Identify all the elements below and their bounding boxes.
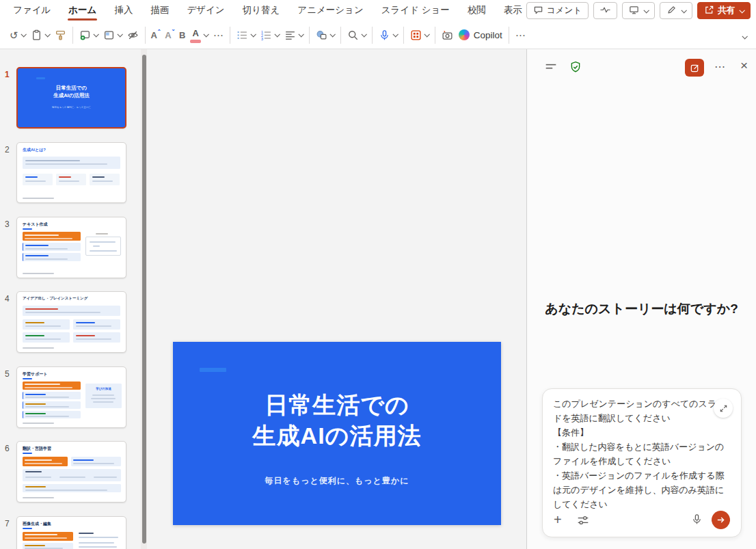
- align-button[interactable]: [282, 27, 306, 44]
- menu-tab-draw[interactable]: 描画: [141, 0, 178, 21]
- menu-tab-insert[interactable]: 挿入: [105, 0, 141, 21]
- thumb7-title: 画像生成・編集: [23, 521, 51, 527]
- microphone-icon: [379, 29, 390, 41]
- thumb-footer: [23, 198, 54, 199]
- slide-thumbnail-3[interactable]: テキスト作成: [16, 217, 126, 278]
- menu-tab-design[interactable]: デザイン: [178, 0, 233, 21]
- cameo-button[interactable]: [439, 27, 456, 44]
- layout-chevron-icon[interactable]: [117, 31, 122, 37]
- designer-chevron-icon[interactable]: [424, 31, 429, 37]
- menu-tab-animations[interactable]: アニメーション: [288, 0, 372, 21]
- new-chat-icon: [690, 63, 700, 73]
- font-color-button[interactable]: A: [187, 24, 210, 46]
- menu-tab-review[interactable]: 校閲: [459, 0, 495, 21]
- dictate-chevron-icon[interactable]: [392, 31, 398, 37]
- numbered-list-icon: 123: [260, 29, 272, 41]
- send-button[interactable]: [712, 511, 730, 529]
- paste-button[interactable]: [28, 27, 52, 44]
- thumbnail-scrollbar[interactable]: [141, 49, 147, 549]
- menu-tab-home[interactable]: ホーム: [59, 0, 105, 21]
- slide-thumbnail-6[interactable]: 翻訳・言語学習: [16, 441, 126, 503]
- svg-text:3: 3: [261, 37, 263, 41]
- chat-history-button[interactable]: [543, 59, 558, 75]
- comment-icon: [533, 5, 543, 17]
- present-button[interactable]: [622, 2, 655, 19]
- bullet-list-chevron-icon[interactable]: [250, 31, 256, 37]
- slide-thumbnail-2[interactable]: 生成AIとは?: [16, 142, 126, 203]
- search-button[interactable]: [345, 27, 368, 44]
- expand-prompt-button[interactable]: [714, 399, 733, 418]
- ribbon-collapse-button[interactable]: [741, 29, 746, 42]
- slide-editor[interactable]: 日常生活での生成AIの活用法 毎日をもっと便利に、もっと豊かに: [173, 342, 501, 525]
- font-color-chevron-icon[interactable]: [203, 31, 208, 37]
- editing-mode-button[interactable]: [660, 2, 692, 19]
- new-slide-chevron-icon[interactable]: [93, 31, 98, 37]
- font-overflow-button[interactable]: ⋯: [211, 27, 226, 43]
- share-button[interactable]: 共有: [697, 2, 751, 19]
- font-increase-button[interactable]: Aˆ: [149, 29, 163, 42]
- slide-thumbnail-1[interactable]: 日常生活での生成AIの活用法 毎日をもっと便利に、もっと豊かに: [16, 67, 126, 129]
- prompt-input[interactable]: このプレゼンテーションのすべてのスライドを英語に翻訳してください 【条件】 ・翻…: [553, 397, 731, 511]
- ribbon-separator: [309, 27, 310, 44]
- slide-number: 2: [5, 145, 14, 155]
- copilot-prompt-card[interactable]: このプレゼンテーションのすべてのスライドを英語に翻訳してください 【条件】 ・翻…: [542, 388, 742, 537]
- present-dropdown-chevron-icon[interactable]: [643, 8, 649, 13]
- thumb1-title-line1: 日常生活での: [56, 85, 87, 91]
- shapes-chevron-icon[interactable]: [329, 31, 335, 37]
- layout-button[interactable]: [100, 27, 124, 44]
- thumb-footer: [23, 347, 54, 349]
- new-slide-button[interactable]: [77, 27, 100, 44]
- activity-button[interactable]: [593, 2, 617, 19]
- numbered-list-button[interactable]: 123: [258, 27, 282, 44]
- undo-chevron-icon[interactable]: [21, 31, 26, 37]
- comments-button[interactable]: コメント: [526, 2, 589, 19]
- bold-icon: B: [179, 30, 185, 40]
- copilot-panel: ⋯ × あなたのストーリーは何ですか? このプレゼンテーションのすべてのスライド…: [526, 49, 756, 549]
- prompt-options-button[interactable]: [577, 514, 589, 529]
- copilot-panel-header: ⋯ ×: [527, 55, 756, 79]
- menu-tab-slideshow[interactable]: スライド ショー: [373, 0, 459, 21]
- send-arrow-icon: [716, 515, 726, 525]
- copilot-button[interactable]: Copilot: [456, 27, 505, 43]
- scrollbar-thumb[interactable]: [142, 55, 146, 544]
- font-decrease-button[interactable]: Aˇ: [163, 29, 177, 42]
- shapes-button[interactable]: [313, 27, 337, 44]
- slide-title-line2: 生成AIの活用法: [253, 423, 422, 448]
- hide-ink-button[interactable]: [124, 27, 141, 44]
- layout-icon: [103, 29, 115, 41]
- ribbon-separator: [372, 27, 373, 44]
- numbered-list-chevron-icon[interactable]: [274, 31, 280, 37]
- undo-icon: ↺: [10, 30, 18, 40]
- bold-button[interactable]: B: [177, 29, 187, 42]
- ribbon-separator: [145, 27, 146, 44]
- slide-thumbnail-4[interactable]: アイデア出し・ブレインストーミング: [16, 291, 126, 353]
- align-chevron-icon[interactable]: [298, 31, 303, 37]
- pen-icon: [666, 5, 677, 17]
- attach-button[interactable]: +: [554, 512, 562, 527]
- format-painter-button[interactable]: [52, 27, 69, 44]
- thumb-footer: [23, 497, 54, 498]
- undo-button[interactable]: ↺: [7, 27, 28, 43]
- paste-chevron-icon[interactable]: [44, 31, 50, 37]
- menu-tab-transitions[interactable]: 切り替え: [234, 0, 289, 21]
- search-chevron-icon[interactable]: [361, 31, 366, 37]
- editing-mode-chevron-icon[interactable]: [681, 8, 686, 13]
- dictate-button[interactable]: [376, 27, 400, 44]
- slide-thumbnail-7[interactable]: 画像生成・編集: [16, 516, 126, 549]
- new-chat-button[interactable]: [685, 59, 704, 77]
- copilot-more-button[interactable]: ⋯: [714, 60, 726, 73]
- bullet-list-button[interactable]: [234, 27, 258, 44]
- ribbon-overflow-button[interactable]: ⋯: [513, 27, 528, 43]
- slide-thumbnail-5[interactable]: 学習サポート 学びの加速: [16, 366, 126, 428]
- slide-title-textbox[interactable]: 日常生活での生成AIの活用法: [173, 390, 501, 451]
- slide-subtitle-textbox[interactable]: 毎日をもっと便利に、もっと豊かに: [173, 475, 501, 487]
- menu-tab-file[interactable]: ファイル: [4, 0, 59, 21]
- slide-canvas-area[interactable]: 日常生活での生成AIの活用法 毎日をもっと便利に、もっと豊かに: [147, 49, 526, 549]
- eye-slash-icon: [127, 29, 139, 41]
- protected-badge[interactable]: [568, 59, 583, 75]
- close-copilot-button[interactable]: ×: [740, 58, 748, 73]
- accent-dash: [200, 368, 226, 372]
- designer-button[interactable]: [407, 27, 431, 44]
- voice-input-button[interactable]: [691, 513, 703, 528]
- menu-lines-icon: [545, 61, 557, 73]
